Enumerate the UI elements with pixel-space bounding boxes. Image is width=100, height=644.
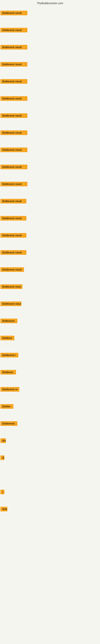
bottleneck-item: Bottleneck result xyxy=(0,249,100,266)
bottleneck-badge: Bottleneck result xyxy=(0,164,27,169)
bottleneck-item: Bottleneck result xyxy=(0,27,100,44)
bottleneck-item: Bottleneck result xyxy=(0,181,100,198)
bottleneck-item: Bottleneck result xyxy=(0,61,100,78)
bottleneck-badge: Bottleneck result xyxy=(0,148,27,152)
bottleneck-item: Bottleneck result xyxy=(0,164,100,181)
bottleneck-item: Bottleneck result xyxy=(0,44,100,61)
bottleneck-badge: Bo xyxy=(0,438,6,443)
bottleneck-badge: Bottleneck result xyxy=(0,233,26,238)
bottleneck-item: Bottleneck resul xyxy=(0,283,100,300)
bottleneck-badge: Bottleneck result xyxy=(0,96,27,101)
bottleneck-badge: Bottleneck result xyxy=(0,267,24,272)
bottleneck-item: Bottleneck resul xyxy=(0,300,100,318)
bottleneck-badge: B xyxy=(0,456,4,460)
bottleneck-badge: Bottlen xyxy=(0,404,13,409)
bottleneck-badge: Bottleneck result xyxy=(0,199,26,204)
bottleneck-badge: Bottleneck result xyxy=(0,62,27,66)
bottleneck-item: Bottleneck re xyxy=(0,386,100,403)
site-title-text: TheBottlenecker.com xyxy=(37,2,63,5)
bottleneck-badge: Bottleneck result xyxy=(0,79,27,84)
bottleneck-badge: | xyxy=(0,490,4,494)
bottleneck-badge: Bottleneck result xyxy=(0,130,27,135)
bottleneck-item: Bottlene xyxy=(0,335,100,352)
bottleneck-item: Bottleneck result xyxy=(0,266,100,283)
bottleneck-badge: Bottleneck xyxy=(0,318,17,323)
bottleneck-badge: Bottleneck result xyxy=(0,28,27,32)
bottleneck-badge: Bottleneck resul xyxy=(0,284,22,289)
bottleneck-badge: Bottlenec xyxy=(0,370,16,374)
bottleneck-item xyxy=(0,472,100,489)
bottleneck-item: Bottleneck result xyxy=(0,112,100,130)
bottleneck-badge: Bottleneck result xyxy=(0,113,27,118)
bottleneck-item: Bottleneck xyxy=(0,420,100,437)
bottleneck-badge: Bottleneck xyxy=(0,421,17,426)
bottleneck-item: Bottleneck result xyxy=(0,198,100,215)
items-container: Bottleneck resultBottleneck resultBottle… xyxy=(0,6,100,523)
bottleneck-item: Bottleneck result xyxy=(0,130,100,146)
bottleneck-badge: Bottleneck re xyxy=(0,387,19,392)
bottleneck-badge: Bottleneck r xyxy=(0,353,18,358)
bottleneck-item: Bottleneck result xyxy=(0,78,100,95)
bottleneck-item: Bottlenec xyxy=(0,369,100,386)
bottleneck-item: Bo xyxy=(0,437,100,454)
bottleneck-badge: Bottleneck result xyxy=(0,182,27,186)
bottleneck-badge: Bottlene xyxy=(0,336,14,340)
bottleneck-item: Bottleneck result xyxy=(0,232,100,249)
bottleneck-item: Bott xyxy=(0,506,100,523)
bottleneck-item: B xyxy=(0,454,100,472)
bottleneck-item: | xyxy=(0,489,100,506)
bottleneck-badge: Bottleneck result xyxy=(0,45,27,50)
bottleneck-badge: Bottleneck resul xyxy=(0,302,21,306)
bottleneck-item: Bottleneck result xyxy=(0,10,100,27)
bottleneck-item: Bottlen xyxy=(0,403,100,420)
bottleneck-item: Bottleneck xyxy=(0,318,100,335)
bottleneck-badge: Bottleneck result xyxy=(0,216,26,220)
bottleneck-badge: Bott xyxy=(0,507,7,512)
bottleneck-badge: Bottleneck result xyxy=(0,250,26,255)
bottleneck-item: Bottleneck result xyxy=(0,215,100,232)
bottleneck-item: Bottleneck r xyxy=(0,352,100,369)
bottleneck-item: Bottleneck result xyxy=(0,146,100,164)
bottleneck-badge: Bottleneck result xyxy=(0,11,27,15)
site-title: TheBottlenecker.com xyxy=(0,0,100,6)
bottleneck-item: Bottleneck result xyxy=(0,95,100,112)
